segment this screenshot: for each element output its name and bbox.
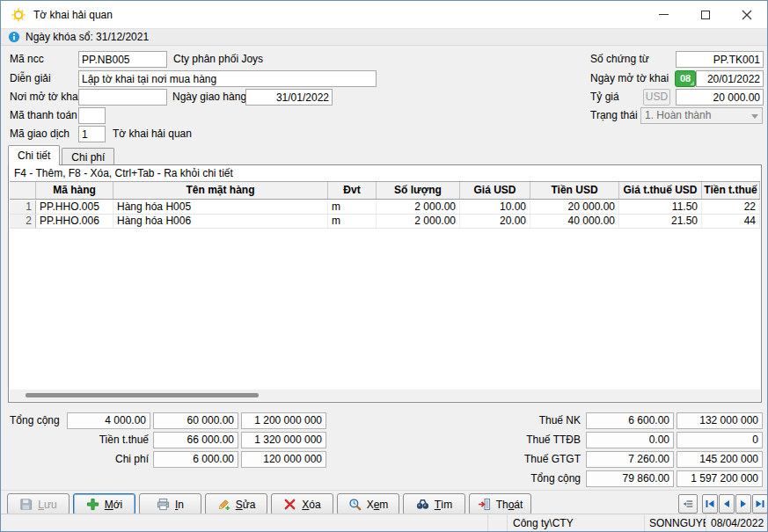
- delete-button[interactable]: Xóa: [271, 493, 333, 515]
- tien-t-thue-vnd: 1 320 000 000: [241, 432, 326, 448]
- chevron-down-icon: [751, 114, 758, 119]
- nav-first-icon: [705, 499, 715, 509]
- trang-thai-label: Trạng thái: [590, 107, 638, 124]
- nav-prev-button[interactable]: [719, 494, 735, 514]
- noi-mo-input[interactable]: [78, 89, 167, 106]
- info-icon: [8, 31, 20, 43]
- trang-thai-value: 1. Hoàn thành: [645, 109, 711, 121]
- nav-last-button[interactable]: [752, 494, 768, 514]
- app-icon: [11, 8, 26, 22]
- nav-prev-icon: [721, 499, 732, 509]
- tab-chi-phi[interactable]: Chi phí: [62, 148, 114, 165]
- exit-button[interactable]: Thoát: [469, 493, 531, 515]
- status-spacer: [487, 514, 507, 531]
- status-date: 08/04/2022: [706, 514, 768, 531]
- table-row[interactable]: 2 PP.HHO.006 Hàng hóa H006 m 2 000.00 20…: [10, 215, 760, 229]
- status-company: Công ty\CTY: [507, 514, 644, 531]
- grid-header-gia-t-thue: Giá t.thuế USD: [619, 182, 702, 199]
- thue-nk-usd: 6 600.00: [586, 412, 674, 429]
- dien-giai-label: Diễn giải: [10, 70, 51, 87]
- thue-ttdb-usd: 0.00: [586, 432, 674, 448]
- app-window: Tờ khai hải quan Ngày khóa sổ: 31/12/202…: [0, 0, 768, 532]
- thue-nk-vnd: 132 000 000: [677, 412, 763, 429]
- ma-giao-dich-desc: Tờ khai hải quan: [113, 126, 192, 142]
- grand-total-label: Tổng cộng: [482, 470, 581, 487]
- minimize-icon: [659, 14, 669, 15]
- table-row[interactable]: 1 PP.HHO.005 Hàng hóa H005 m 2 000.00 10…: [10, 200, 760, 215]
- save-button[interactable]: Lưu: [7, 493, 69, 515]
- edit-icon: [217, 498, 230, 511]
- ty-gia-label: Tỷ giá: [590, 89, 619, 106]
- ngay-giao-input[interactable]: [245, 89, 333, 106]
- grid-header-row: Mã hàng Tên mặt hàng Đvt Số lượng Giá US…: [10, 182, 760, 200]
- print-button[interactable]: In: [139, 493, 201, 515]
- nav-first-button[interactable]: [702, 494, 718, 514]
- title-bar: Tờ khai hải quan: [1, 1, 767, 28]
- horizontal-scrollbar[interactable]: [10, 390, 760, 401]
- so-chung-tu-input[interactable]: [676, 51, 764, 68]
- so-chung-tu-label: Số chứng từ: [590, 51, 649, 68]
- lock-date-text: Ngày khóa sổ: 31/12/2021: [26, 31, 149, 43]
- ty-gia-input[interactable]: [676, 89, 764, 106]
- tab-chi-tiet[interactable]: Chi tiết: [8, 145, 60, 165]
- ngay-mo-label: Ngày mở tờ khai: [590, 70, 669, 87]
- ma-thanh-toan-label: Mã thanh toán: [10, 107, 77, 124]
- new-icon: [86, 498, 99, 511]
- nav-next-icon: [738, 499, 749, 509]
- close-button[interactable]: [726, 1, 767, 28]
- thue-gtgt-vnd: 145 200 000: [677, 451, 763, 468]
- total-qty: 4 000.00: [67, 412, 150, 429]
- thue-nk-label: Thuế NK: [482, 412, 581, 429]
- new-button[interactable]: Mới: [73, 493, 135, 515]
- record-list-button[interactable]: [678, 494, 698, 514]
- grid-header-tien-t-thue: Tiền t.thuế: [702, 182, 760, 199]
- ngay-giao-label: Ngày giao hàng: [172, 89, 246, 106]
- print-icon: [157, 498, 170, 511]
- ma-thanh-toan-input[interactable]: [78, 107, 106, 124]
- tong-cong-label: Tổng cộng: [10, 412, 60, 429]
- ma-giao-dich-label: Mã giao dịch: [10, 126, 69, 142]
- grid-hint-bar: F4 - Thêm, F8 - Xóa, Ctrl+Tab - Ra khỏi …: [10, 166, 760, 182]
- chi-phi-vnd: 120 000 000: [241, 451, 326, 468]
- total-vnd: 1 200 000 000: [241, 412, 326, 429]
- minimize-button[interactable]: [643, 1, 684, 28]
- find-button[interactable]: Tìm: [403, 493, 465, 515]
- thue-gtgt-label: Thuế GTGT: [482, 451, 581, 468]
- maximize-button[interactable]: [684, 1, 726, 28]
- maximize-icon: [701, 11, 710, 19]
- tab-strip: Chi tiết Chi phí: [8, 145, 116, 165]
- noi-mo-label: Nơi mở tờ khai: [10, 89, 80, 106]
- close-icon: [742, 10, 752, 20]
- scrollbar-thumb[interactable]: [26, 393, 259, 397]
- chi-phi-usd: 6 000.00: [153, 451, 238, 468]
- nav-next-button[interactable]: [735, 494, 751, 514]
- calendar-icon[interactable]: 08: [675, 70, 696, 87]
- record-list-icon: [683, 499, 693, 509]
- tien-t-thue-label: Tiền t.thuế: [67, 432, 149, 448]
- supplier-name-text: Cty phân phối Joys: [173, 51, 263, 68]
- delete-icon: [283, 498, 296, 511]
- total-usd: 60 000.00: [153, 412, 238, 429]
- info-bar: Ngày khóa sổ: 31/12/2021: [1, 28, 767, 46]
- ma-ncc-label: Mã ncc: [10, 51, 44, 68]
- tien-t-thue-usd: 66 000.00: [153, 432, 238, 448]
- grand-total-usd: 79 860.00: [586, 470, 674, 487]
- thue-ttdb-label: Thuế TTĐB: [482, 432, 581, 448]
- ngay-mo-input[interactable]: [696, 70, 764, 87]
- dien-giai-input[interactable]: [78, 70, 377, 87]
- save-icon: [19, 498, 33, 511]
- detail-grid: F4 - Thêm, F8 - Xóa, Ctrl+Tab - Ra khỏi …: [8, 164, 762, 403]
- ma-giao-dich-input[interactable]: [78, 126, 106, 142]
- find-icon: [416, 498, 429, 511]
- edit-button[interactable]: Sửa: [205, 493, 267, 515]
- grid-header-gia-usd: Giá USD: [460, 182, 530, 199]
- grand-total-vnd: 1 597 200 000: [677, 470, 763, 487]
- view-button[interactable]: Xem: [337, 493, 399, 515]
- grid-header-rownum: [10, 182, 36, 199]
- thue-ttdb-vnd: 0: [677, 432, 763, 448]
- currency-button[interactable]: USD: [643, 89, 670, 106]
- status-user: SONNGUYEN: [644, 514, 706, 531]
- ma-ncc-input[interactable]: [78, 51, 167, 68]
- trang-thai-select[interactable]: 1. Hoàn thành: [640, 107, 763, 124]
- exit-icon: [478, 498, 491, 511]
